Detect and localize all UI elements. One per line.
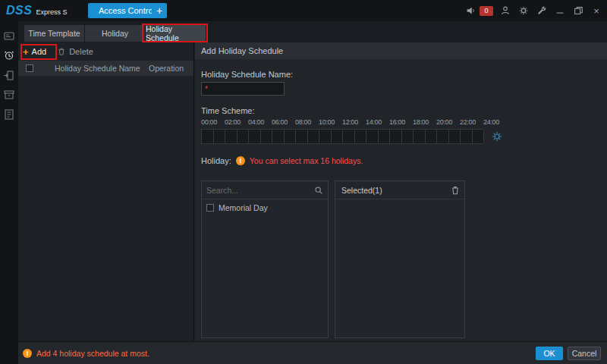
idcard-icon[interactable]	[2, 29, 16, 42]
tick-label: 20:00	[436, 118, 460, 126]
tick-label: 16:00	[389, 118, 413, 126]
table-header: Holiday Schedule Name Operation	[18, 61, 193, 76]
tick-label: 14:00	[366, 118, 389, 126]
selected-count-label: Selected(1)	[335, 186, 382, 195]
tab-holiday-schedule[interactable]: Holiday Schedule	[146, 25, 206, 42]
holiday-schedule-list-panel: + Add Delete Holiday Schedule Name Opera…	[18, 42, 194, 341]
tick-label: 02:00	[225, 118, 248, 126]
time-settings-gear-icon[interactable]	[491, 130, 503, 143]
select-all-checkbox[interactable]	[26, 64, 33, 72]
footer-warning-icon: !	[23, 349, 32, 358]
holiday-section-header: Holiday: ! You can select max 16 holiday…	[201, 156, 363, 165]
info-warning-icon: !	[236, 156, 245, 165]
ok-button[interactable]: OK	[536, 347, 563, 360]
add-holiday-schedule-panel: Add Holiday Schedule Holiday Schedule Na…	[195, 42, 607, 341]
logo-edition: Express S	[36, 8, 67, 16]
holiday-limit-note: You can select max 16 holidays.	[250, 156, 363, 165]
tick-label: 12:00	[342, 118, 366, 126]
wrench-icon[interactable]	[536, 5, 548, 17]
tick-label: 18:00	[413, 118, 436, 126]
clock-icon[interactable]	[2, 49, 16, 62]
name-label: Holiday Schedule Name:	[201, 70, 293, 79]
titlebar-controls: 0 ×	[464, 0, 602, 21]
plus-icon: +	[23, 47, 29, 57]
tick-label: 08:00	[295, 118, 319, 126]
subtab-bar: Time Template Holiday Holiday Schedule	[18, 21, 607, 42]
selected-holidays-list: Selected(1)	[335, 180, 465, 338]
search-input[interactable]	[202, 186, 300, 195]
tick-label: 00:00	[201, 118, 225, 126]
gear-icon[interactable]	[517, 5, 530, 17]
time-scheme-bar[interactable]	[201, 129, 484, 144]
holiday-item-label: Memorial Day	[219, 203, 268, 212]
minimize-icon[interactable]	[554, 5, 566, 17]
list-toolbar: + Add Delete	[18, 42, 193, 61]
alarm-count-badge[interactable]: 0	[480, 6, 493, 16]
add-button[interactable]: + Add	[23, 47, 46, 57]
clear-selected-trash-icon[interactable]	[450, 185, 461, 196]
left-icon-rail	[0, 21, 18, 364]
tick-label: 24:00	[483, 118, 507, 126]
search-icon[interactable]	[313, 185, 324, 196]
log-icon[interactable]	[2, 108, 16, 121]
delete-button[interactable]: Delete	[57, 47, 93, 56]
delete-button-label: Delete	[69, 47, 93, 56]
holiday-schedule-name-field[interactable]: *	[201, 82, 285, 96]
app-logo: DSS Express S	[6, 4, 67, 17]
tab-time-template[interactable]: Time Template	[24, 25, 84, 42]
holiday-label: Holiday:	[201, 156, 231, 165]
required-asterisk: *	[205, 85, 208, 93]
footer-warning-text: Add 4 holiday schedule at most.	[36, 349, 149, 358]
door-access-icon[interactable]	[2, 68, 16, 82]
tick-label: 10:00	[319, 118, 342, 126]
holiday-list-item[interactable]: Memorial Day	[202, 199, 328, 216]
holiday-search-row	[202, 181, 328, 199]
footer-bar: ! Add 4 holiday schedule at most. OK Can…	[0, 341, 607, 364]
logo-text: DSS	[6, 4, 32, 17]
add-module-button[interactable]: +	[152, 3, 167, 18]
column-operation: Operation	[149, 64, 184, 73]
tab-holiday[interactable]: Holiday	[85, 25, 145, 42]
speaker-icon[interactable]	[464, 5, 476, 17]
holiday-item-checkbox[interactable]	[206, 204, 214, 212]
titlebar: DSS Express S Access Control + 0 ×	[0, 0, 607, 21]
column-holiday-schedule-name: Holiday Schedule Name	[55, 64, 140, 73]
holiday-source-list: Memorial Day	[201, 180, 329, 338]
add-button-label: Add	[32, 47, 47, 56]
cancel-button[interactable]: Cancel	[568, 347, 601, 360]
table-body-empty	[18, 76, 193, 341]
holiday-schedule-name-input[interactable]	[211, 83, 282, 95]
user-icon[interactable]	[499, 5, 511, 17]
selected-header-row: Selected(1)	[335, 181, 464, 199]
panel-title: Add Holiday Schedule	[195, 42, 607, 59]
tick-label: 22:00	[460, 118, 483, 126]
box-icon[interactable]	[2, 88, 16, 102]
maximize-icon[interactable]	[572, 5, 584, 17]
footer-warning: ! Add 4 holiday schedule at most.	[23, 349, 149, 358]
tick-label: 04:00	[248, 118, 272, 126]
time-scheme-label: Time Scheme:	[201, 106, 255, 115]
time-axis-labels: 00:00 02:00 04:00 06:00 08:00 10:00 12:0…	[201, 118, 520, 126]
tick-label: 06:00	[272, 118, 295, 126]
trash-icon	[57, 47, 66, 56]
close-icon[interactable]: ×	[590, 5, 602, 17]
